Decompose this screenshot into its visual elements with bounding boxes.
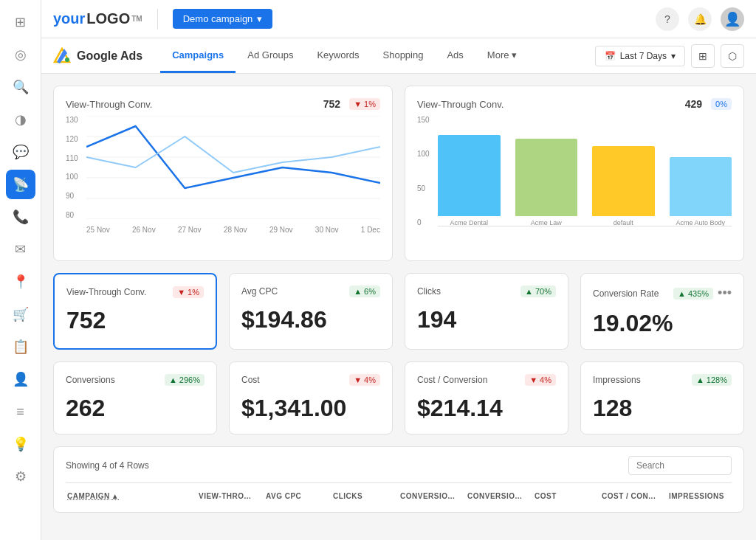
avatar[interactable]: 👤 [721,7,744,31]
sidebar-item-extensions[interactable]: 📋 [6,332,35,361]
logo-text: your [53,10,85,27]
line-chart-title: View-Through Conv. [66,99,152,110]
line-chart-value: 752 [323,98,340,110]
tab-keywords[interactable]: Keywords [305,38,371,73]
bar-chart-baseline [438,226,732,226]
bottom-section: Showing 4 of 4 Rows CAMPAIGN ▲ VIEW-THRO… [53,446,744,513]
logo: yourLOGOTM [53,10,142,27]
metric-card-conversion-rate[interactable]: Conversion Rate ▲ 435% ••• 19.02% [580,273,744,350]
share-button[interactable]: ⬡ [721,44,744,68]
bar-acme-law: Acme Law [515,139,578,226]
metric-card-avg-cpc-header: Avg CPC ▲ 6% [241,285,380,297]
google-ads-logo-icon [53,47,71,65]
metric-cost-value: $1,341.00 [241,395,380,422]
bottom-header: Showing 4 of 4 Rows [66,456,732,475]
metric-conversion-rate-value: 19.02% [593,310,732,337]
sidebar-item-users[interactable]: 👤 [6,364,35,394]
search-input[interactable] [628,456,732,475]
columns-button[interactable]: ⊞ [691,44,715,68]
divider [157,9,158,30]
metric-cost-per-conversion-value: $214.14 [417,395,556,422]
th-conversions1[interactable]: CONVERSIO... [399,489,463,503]
sidebar-item-search[interactable]: 🔍 [6,72,35,102]
more-options-button[interactable]: ••• [718,285,732,301]
notifications-button[interactable]: 🔔 [688,7,712,31]
bar-acme-auto: Acme Auto Body [670,157,732,226]
metric-card-conversions[interactable]: Conversions ▲ 296% 262 [53,361,217,435]
metric-avg-cpc-badge: ▲ 6% [349,285,380,297]
sidebar-item-shopping[interactable]: 🛒 [6,300,35,329]
line-chart-value-row: 752 ▼ 1% [323,98,380,110]
metric-card-conversion-rate-header: Conversion Rate ▲ 435% ••• [593,285,732,301]
sidebar-item-mail[interactable]: ✉ [6,235,35,264]
google-ads-brand: Google Ads [53,47,142,65]
sidebar-item-locations[interactable]: 📍 [6,267,35,297]
metric-conversion-rate-badge: ▲ 435% [673,288,713,300]
sidebar-item-list[interactable]: ≡ [6,397,35,426]
sidebar-item-messages[interactable]: 💬 [6,137,35,167]
tab-ad-groups[interactable]: Ad Groups [236,38,305,73]
main-area: yourLOGOTM Demo campaign ▾ ? 🔔 👤 Google … [41,0,756,540]
metric-card-cost-per-conversion-header: Cost / Conversion ▼ 4% [417,374,556,386]
metric-card-impressions-header: Impressions ▲ 128% [593,374,732,386]
line-chart-card: View-Through Conv. 752 ▼ 1% 130120110100… [53,86,393,261]
metric-card-conversions-header: Conversions ▲ 296% [66,374,205,386]
metric-clicks-title: Clicks [417,286,441,297]
th-cost[interactable]: COST [533,489,597,503]
metric-impressions-badge: ▲ 128% [692,374,732,386]
sidebar-item-recommendations[interactable]: 💡 [6,429,35,459]
bar-chart-card: View-Through Conv. 429 0% 150100500 Ac [405,86,744,261]
th-conversions2[interactable]: CONVERSIO... [466,489,530,503]
tab-more[interactable]: More ▾ [475,38,529,73]
th-cost-per-conversion[interactable]: COST / CON... [600,489,664,503]
subnav-tabs: Campaigns Ad Groups Keywords Shopping Ad… [160,38,594,73]
bar-default: default [592,146,655,226]
content: View-Through Conv. 752 ▼ 1% 130120110100… [41,74,756,540]
sidebar-item-settings[interactable]: ⚙ [6,462,35,491]
topbar-right: ? 🔔 👤 [656,7,744,31]
metric-card-view-through-header: View-Through Conv. ▼ 1% [66,286,204,298]
th-view-through[interactable]: VIEW-THRO... [197,489,261,503]
sidebar: ⊞ ◎ 🔍 ◑ 💬 📡 📞 ✉ 📍 🛒 📋 👤 ≡ 💡 ⚙ [0,0,41,540]
tab-ads[interactable]: Ads [435,38,475,73]
bar-chart-header: View-Through Conv. 429 0% [417,98,732,110]
sidebar-item-calls[interactable]: 📞 [6,202,35,232]
metric-card-clicks[interactable]: Clicks ▲ 70% 194 [405,273,568,350]
metric-card-view-through[interactable]: View-Through Conv. ▼ 1% 752 [53,273,217,350]
tab-campaigns[interactable]: Campaigns [160,38,236,73]
metric-conversions-value: 262 [66,395,205,422]
sidebar-item-dashboard[interactable]: ⊞ [6,7,35,37]
topbar: yourLOGOTM Demo campaign ▾ ? 🔔 👤 [41,0,756,38]
metric-card-cost[interactable]: Cost ▼ 4% $1,341.00 [229,361,393,435]
metric-view-through-title: View-Through Conv. [66,287,146,297]
date-range-button[interactable]: 📅 Last 7 Days ▾ [595,46,685,66]
metric-card-cost-per-conversion[interactable]: Cost / Conversion ▼ 4% $214.14 [405,361,568,435]
metrics-row-1: View-Through Conv. ▼ 1% 752 Avg CPC ▲ 6%… [53,273,744,350]
th-clicks[interactable]: CLICKS [331,489,396,503]
help-button[interactable]: ? [656,7,679,31]
line-chart-x-labels: 25 Nov26 Nov27 Nov28 Nov29 Nov30 Nov1 De… [86,226,380,234]
sidebar-item-reports[interactable]: ◑ [6,105,35,134]
metric-card-cost-header: Cost ▼ 4% [241,374,380,386]
logo-bold: LOGO [86,10,130,27]
metric-card-impressions[interactable]: Impressions ▲ 128% 128 [580,361,744,435]
metric-impressions-title: Impressions [593,375,641,385]
th-campaign[interactable]: CAMPAIGN ▲ [66,489,194,503]
sidebar-item-targeting[interactable]: ◎ [6,40,35,69]
bar-default-bar [592,146,655,216]
logo-tm: TM [131,15,142,23]
metric-card-avg-cpc[interactable]: Avg CPC ▲ 6% $194.86 [229,273,393,350]
tab-shopping[interactable]: Shopping [371,38,436,73]
dropdown-arrow-icon: ▾ [257,13,262,24]
table-header: CAMPAIGN ▲ VIEW-THRO... AVG CPC CLICKS C… [66,482,732,503]
demo-button-label: Demo campaign [183,13,253,24]
sidebar-item-ads[interactable]: 📡 [6,170,35,199]
metric-conversion-rate-title: Conversion Rate [593,288,659,299]
demo-campaign-button[interactable]: Demo campaign ▾ [173,9,273,29]
sort-icon: ▲ [111,492,119,500]
charts-row: View-Through Conv. 752 ▼ 1% 130120110100… [53,86,744,261]
th-avg-cpc[interactable]: AVG CPC [264,489,329,503]
metric-clicks-badge: ▲ 70% [520,285,556,297]
th-impressions[interactable]: IMPRESSIONS [667,489,732,503]
svg-point-2 [65,58,69,62]
